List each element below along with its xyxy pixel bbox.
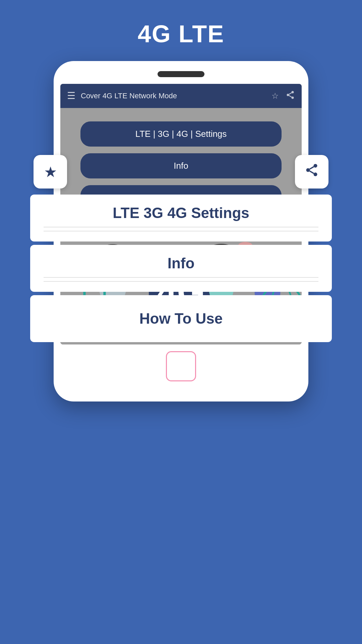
star-icon[interactable]: ☆	[272, 91, 279, 101]
lte-settings-phone-button[interactable]: LTE | 3G | 4G | Settings	[80, 121, 282, 147]
app-bar-actions: ☆	[272, 90, 295, 102]
info-card[interactable]: Info	[30, 245, 332, 292]
share-icon[interactable]	[286, 90, 295, 102]
phone-speaker	[158, 71, 204, 77]
svg-point-0	[292, 91, 294, 93]
star-fab-icon: ★	[44, 163, 57, 180]
menu-cards-overlay: LTE 3G 4G Settings Info How To Use	[30, 195, 332, 345]
svg-line-4	[289, 93, 292, 95]
home-button[interactable]	[166, 351, 196, 381]
lte-settings-card-label: LTE 3G 4G Settings	[113, 205, 249, 221]
svg-point-33	[306, 168, 310, 172]
page-title: 4G LTE	[138, 0, 225, 61]
svg-point-1	[287, 94, 289, 96]
how-to-use-card-label: How To Use	[139, 310, 223, 327]
app-bar: ☰ Cover 4G LTE Network Mode ☆	[60, 84, 302, 108]
info-card-label: Info	[168, 255, 195, 272]
share-fab-icon	[304, 163, 319, 181]
how-to-use-card[interactable]: How To Use	[30, 295, 332, 342]
svg-line-3	[289, 96, 292, 97]
menu-icon[interactable]: ☰	[67, 91, 75, 101]
app-bar-title: Cover 4G LTE Network Mode	[81, 92, 266, 100]
svg-point-32	[314, 164, 317, 168]
svg-point-34	[314, 172, 317, 176]
lte-settings-card[interactable]: LTE 3G 4G Settings	[30, 195, 332, 241]
fab-left-button[interactable]: ★	[34, 155, 67, 189]
svg-line-35	[310, 171, 314, 173]
fab-right-button[interactable]	[295, 155, 328, 189]
svg-line-36	[310, 167, 314, 169]
svg-point-2	[292, 97, 294, 99]
info-phone-button[interactable]: Info	[80, 153, 282, 178]
